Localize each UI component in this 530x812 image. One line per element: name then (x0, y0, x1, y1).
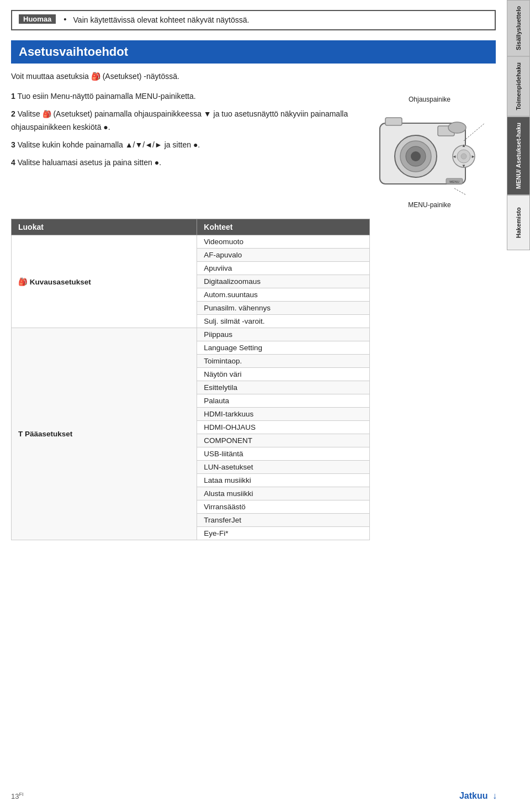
sidebar-tab-toimenpidehaku[interactable]: Toimenpidehaku (507, 56, 530, 117)
item-cell: Virransäästö (197, 500, 370, 514)
svg-text:▲: ▲ (462, 143, 466, 148)
svg-point-7 (448, 122, 466, 133)
table-row: T PääasetuksetPiippaus (12, 328, 370, 341)
step-1: 1 Tuo esiin Menu-näyttö painamalla MENU-… (11, 90, 354, 103)
item-cell: Language Setting (197, 341, 370, 355)
bullet-dot: • (63, 14, 66, 24)
item-cell: Digitaalizoomaus (197, 275, 370, 288)
item-cell: Palauta (197, 394, 370, 408)
category-cell: T Pääasetukset (12, 328, 197, 540)
page-number: 13FI (11, 792, 23, 800)
step-2: 2 Valitse 🎒 (Asetukset) painamalla ohjau… (11, 108, 354, 134)
item-cell: Sulj. silmät -varoit. (197, 315, 370, 328)
sidebar-tab-sisallysluettelo[interactable]: Sisällysluettelo (507, 0, 530, 56)
item-cell: Esittelytila (197, 381, 370, 394)
settings-table: Luokat Kohteet 🎒 KuvausasetuksetVideomuo… (11, 219, 370, 540)
camera-label-bottom: MENU-painike (408, 201, 451, 209)
sidebar-tab-menu-asetukset[interactable]: MENU/ Asetukset-haku (507, 117, 530, 195)
camera-svg: ▲ ▼ ◄ ► MENU (374, 107, 485, 197)
svg-text:►: ► (471, 154, 475, 159)
arrow-down-icon: ↓ (492, 791, 497, 801)
item-cell: HDMI-OHJAUS (197, 421, 370, 434)
huomaa-text: Vain käytettävissä olevat kohteet näkyvä… (73, 14, 250, 26)
item-cell: Lataa musiikki (197, 474, 370, 487)
right-sidebar: Sisällysluettelo Toimenpidehaku MENU/ As… (507, 0, 530, 812)
item-cell: LUN-asetukset (197, 461, 370, 474)
item-cell: HDMI-tarkkuus (197, 408, 370, 421)
item-cell: COMPONENT (197, 434, 370, 447)
item-cell: Punasilm. vähennys (197, 302, 370, 315)
huomaa-box: Huomaa • Vain käytettävissä olevat kohte… (11, 10, 496, 30)
steps-column: 1 Tuo esiin Menu-näyttö painamalla MENU-… (11, 90, 354, 209)
section-header: Asetusvaihtoehdot (11, 40, 496, 64)
camera-illustration: Ohjauspainike (363, 90, 496, 209)
item-cell: Piippaus (197, 328, 370, 341)
step-4: 4 Valitse haluamasi asetus ja paina sitt… (11, 156, 354, 170)
category-cell: 🎒 Kuvausasetukset (12, 235, 197, 328)
svg-text:MENU: MENU (449, 180, 459, 183)
svg-text:◄: ◄ (452, 154, 457, 159)
item-cell: AF-apuvalo (197, 249, 370, 262)
svg-point-4 (411, 151, 421, 161)
svg-point-10 (461, 154, 467, 159)
jatkuu-link[interactable]: Jatkuu ↓ (459, 791, 497, 801)
item-cell: TransferJet (197, 514, 370, 527)
svg-rect-5 (385, 118, 402, 125)
item-cell: Alusta musiikki (197, 487, 370, 500)
step-3: 3 Valitse kukin kohde painamalla ▲/▼/◄/►… (11, 139, 354, 152)
svg-text:▼: ▼ (462, 164, 466, 168)
col-luokat: Luokat (12, 219, 197, 235)
page-footer: 13FI Jatkuu ↓ (11, 791, 497, 801)
item-cell: Autom.suuntaus (197, 288, 370, 302)
item-cell: Näytön väri (197, 368, 370, 381)
steps-and-image: 1 Tuo esiin Menu-näyttö painamalla MENU-… (11, 90, 496, 209)
item-cell: Apuviiva (197, 262, 370, 275)
table-row: 🎒 KuvausasetuksetVideomuoto (12, 235, 370, 249)
col-kohteet: Kohteet (197, 219, 370, 235)
huomaa-label: Huomaa (19, 14, 56, 24)
svg-line-15 (464, 123, 485, 141)
sidebar-tab-hakemisto[interactable]: Hakemisto (507, 195, 530, 250)
item-cell: Toimintaop. (197, 355, 370, 368)
svg-line-18 (454, 188, 468, 195)
intro-text: Voit muuttaa asetuksia 🎒 (Asetukset) -nä… (11, 70, 496, 82)
item-cell: Eye-Fi* (197, 527, 370, 540)
camera-label-top: Ohjauspainike (409, 96, 451, 103)
item-cell: Videomuoto (197, 235, 370, 249)
item-cell: USB-liitäntä (197, 447, 370, 461)
